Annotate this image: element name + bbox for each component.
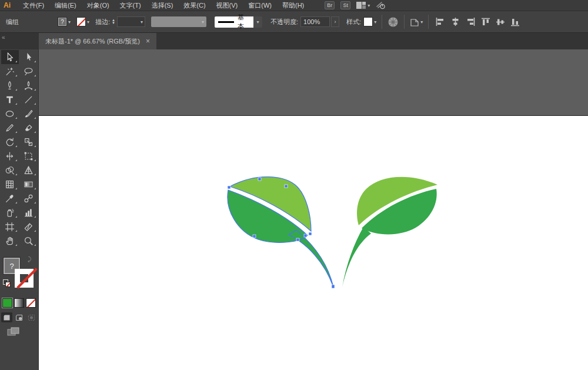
- color-button[interactable]: [2, 298, 12, 308]
- shape-builder-tool[interactable]: [1, 163, 19, 177]
- paintbrush-tool[interactable]: [20, 106, 38, 121]
- document-setup-dropdown[interactable]: ▾: [410, 17, 423, 27]
- symbol-sprayer-tool[interactable]: [1, 205, 19, 219]
- align-bottom-icon[interactable]: [510, 17, 520, 27]
- menu-window[interactable]: 窗口(W): [243, 0, 277, 11]
- lasso-tool[interactable]: [20, 64, 38, 78]
- stroke-swatch[interactable]: [76, 17, 86, 26]
- brush-definition-dropdown[interactable]: 基本 ▾: [215, 16, 262, 28]
- drawing-modes: [1, 312, 38, 322]
- rotate-tool[interactable]: [1, 135, 19, 149]
- draw-inside-button[interactable]: [26, 312, 37, 322]
- perspective-grid-tool[interactable]: [20, 163, 38, 177]
- toolbar-collapse-button[interactable]: «: [0, 33, 39, 49]
- menu-object[interactable]: 对象(O): [82, 0, 115, 11]
- direct-selection-tool[interactable]: [20, 50, 38, 64]
- screen-mode-button[interactable]: [7, 327, 38, 339]
- align-right-icon[interactable]: [466, 17, 476, 26]
- menu-effect[interactable]: 效果(C): [178, 0, 211, 11]
- menu-bar: Ai 文件(F) 编辑(E) 对象(O) 文字(T) 选择(S) 效果(C) 视…: [0, 0, 588, 11]
- chevron-down-icon: ▾: [68, 19, 71, 25]
- paintbrush-icon: [24, 109, 34, 119]
- magic-wand-tool[interactable]: [1, 64, 19, 78]
- opacity-more-button[interactable]: ›: [331, 16, 339, 27]
- workspace-switcher[interactable]: ▾: [356, 2, 370, 9]
- fill-stroke-indicator: ⤸ ?: [3, 257, 37, 290]
- eraser-tool[interactable]: [20, 121, 38, 135]
- zoom-tool[interactable]: [20, 234, 38, 248]
- touch-workspace-icon[interactable]: [376, 1, 385, 9]
- selection-tool[interactable]: [1, 50, 19, 64]
- fill-swatch[interactable]: ?: [58, 17, 67, 26]
- menu-file[interactable]: 文件(F): [18, 0, 49, 11]
- recolor-artwork-icon[interactable]: [387, 16, 399, 28]
- menu-edit[interactable]: 编辑(E): [49, 0, 82, 11]
- curvature-tool[interactable]: [20, 78, 38, 92]
- free-transform-icon: [24, 151, 34, 161]
- blend-tool[interactable]: [20, 191, 38, 205]
- align-group: [435, 17, 520, 27]
- fill-color-dropdown[interactable]: ? ▾: [58, 17, 71, 26]
- column-graph-tool[interactable]: [20, 205, 38, 219]
- type-tool[interactable]: [1, 92, 19, 106]
- artboard-tool[interactable]: [1, 219, 19, 234]
- style-swatch[interactable]: [363, 17, 373, 26]
- none-slash-icon: [77, 17, 86, 26]
- stroke-color-dropdown[interactable]: ▾: [76, 17, 89, 26]
- draw-normal-button[interactable]: [1, 312, 12, 322]
- app-logo[interactable]: Ai: [4, 1, 11, 9]
- shape-builder-icon: [5, 165, 15, 175]
- menu-view[interactable]: 视图(V): [211, 0, 243, 11]
- pen-icon: [5, 81, 15, 91]
- direct-selection-icon: [24, 52, 34, 62]
- slice-tool[interactable]: [20, 219, 38, 234]
- slice-icon: [24, 222, 34, 232]
- shaper-tool[interactable]: [1, 121, 19, 135]
- menu-select[interactable]: 选择(S): [146, 0, 179, 11]
- align-left-icon[interactable]: [435, 17, 445, 26]
- mesh-tool[interactable]: [1, 177, 19, 191]
- stroke-weight-dropdown[interactable]: ▾: [117, 16, 145, 27]
- document-tab[interactable]: 未标题-1* @ 66.67% (RGB/预览) ×: [39, 33, 156, 49]
- menu-type[interactable]: 文字(T): [115, 0, 146, 11]
- tool-grid: [0, 49, 38, 248]
- ellipse-tool[interactable]: [1, 106, 19, 121]
- draw-behind-button[interactable]: [14, 312, 25, 322]
- divider: [382, 15, 382, 29]
- gradient-button[interactable]: [14, 298, 24, 308]
- workspace-grid-icon: [356, 2, 366, 9]
- chevron-down-icon: ▾: [374, 19, 376, 25]
- chevron-down-icon: ▾: [141, 19, 143, 25]
- stock-button[interactable]: St: [340, 1, 350, 9]
- brush-chevron[interactable]: ▾: [253, 16, 262, 28]
- width-tool[interactable]: [1, 149, 19, 163]
- right-leaf-stem[interactable]: [342, 227, 371, 287]
- style-label: 样式:: [346, 18, 361, 26]
- scale-tool[interactable]: [20, 135, 38, 149]
- sprout-logo[interactable]: [228, 177, 437, 288]
- eyedropper-tool[interactable]: [1, 191, 19, 205]
- brush-stroke-sample-icon: [218, 21, 234, 23]
- shaper-icon: [5, 123, 15, 133]
- control-bar: 编组 ? ▾ ▾ 描边: ▲▼ ▾ ▾ 基本 ▾ 不透明度: 100% › 样式…: [0, 11, 588, 33]
- gradient-tool[interactable]: [20, 177, 38, 191]
- tab-close-icon[interactable]: ×: [146, 38, 150, 45]
- align-top-icon[interactable]: [481, 17, 490, 27]
- stroke-indicator[interactable]: [15, 269, 34, 288]
- align-vertical-center-icon[interactable]: [496, 17, 505, 27]
- align-horizontal-center-icon[interactable]: [450, 17, 460, 26]
- stroke-weight-stepper[interactable]: ▲▼: [112, 19, 115, 25]
- pen-tool[interactable]: [1, 78, 19, 92]
- bridge-button[interactable]: Br: [325, 1, 335, 9]
- menu-help[interactable]: 帮助(H): [277, 0, 309, 11]
- hand-tool[interactable]: [1, 234, 19, 248]
- opacity-input[interactable]: 100%: [300, 16, 330, 27]
- line-segment-tool[interactable]: [20, 92, 38, 106]
- screen-mode-icon: [7, 327, 20, 336]
- swap-fill-stroke-icon[interactable]: ⤸: [28, 256, 31, 263]
- default-fill-stroke-icon[interactable]: [3, 279, 11, 288]
- free-transform-tool[interactable]: [20, 149, 38, 163]
- none-button[interactable]: [26, 298, 36, 308]
- hand-icon: [5, 236, 15, 246]
- ellipse-icon: [5, 109, 15, 119]
